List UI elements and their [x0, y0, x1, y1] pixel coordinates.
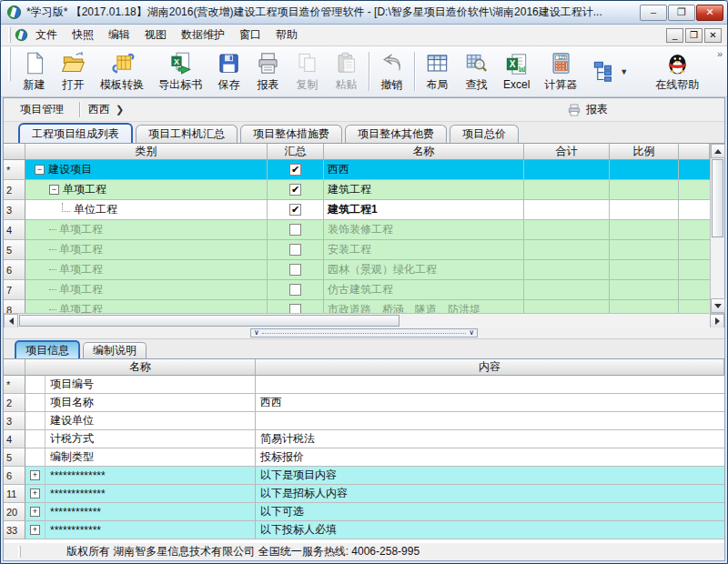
- row-number[interactable]: *: [4, 160, 25, 180]
- checkbox-checked[interactable]: ✔: [289, 184, 301, 196]
- detail-tab-1[interactable]: 编制说明: [83, 342, 147, 358]
- splitter-collapse-icon[interactable]: ∨: [469, 329, 474, 337]
- row-number[interactable]: 5: [4, 240, 25, 260]
- scroll-down-button[interactable]: [711, 298, 725, 313]
- column-header-汇总[interactable]: 汇总: [268, 144, 324, 159]
- toolbar-overflow-icon[interactable]: »: [717, 48, 722, 59]
- toolbar-button-template-convert[interactable]: 模板转换: [93, 47, 151, 96]
- menu-item-2[interactable]: 编辑: [101, 25, 137, 45]
- row-number[interactable]: 3: [4, 412, 25, 430]
- tree-collapse-icon[interactable]: −: [35, 165, 45, 175]
- main-tab-4[interactable]: 项目总价: [450, 125, 519, 143]
- info-row-3[interactable]: 3建设单位: [4, 412, 724, 430]
- toolbar-button-layout[interactable]: 布局: [418, 47, 457, 96]
- project-row-5[interactable]: 5单项工程安装工程: [4, 240, 710, 260]
- column-header-名称[interactable]: 名称: [25, 359, 256, 375]
- row-number[interactable]: 4: [4, 430, 25, 448]
- splitter-collapse-icon[interactable]: ∨: [254, 329, 259, 337]
- vertical-scrollbar[interactable]: [710, 144, 724, 313]
- project-row-2[interactable]: 2−单项工程✔建筑工程: [4, 180, 710, 200]
- checkbox-unchecked[interactable]: [289, 264, 301, 276]
- row-number[interactable]: 33: [4, 521, 25, 539]
- column-header-类别[interactable]: 类别: [25, 144, 268, 159]
- main-tab-0[interactable]: 工程项目组成列表: [18, 123, 133, 143]
- menu-item-3[interactable]: 视图: [137, 25, 174, 45]
- project-row-7[interactable]: 7单项工程仿古建筑工程: [4, 280, 710, 300]
- splitter-handle[interactable]: [262, 333, 466, 334]
- project-row-8[interactable]: 8单项工程市政道路、桥涵、隧道、防洪堤: [4, 300, 710, 313]
- checkbox-checked[interactable]: ✔: [289, 204, 301, 216]
- column-header-名称[interactable]: 名称: [324, 144, 524, 159]
- mdi-close-button[interactable]: ✕: [704, 28, 722, 43]
- tree-expand-icon[interactable]: +: [30, 470, 40, 480]
- toolbar-button-find[interactable]: 查找: [457, 47, 496, 96]
- menu-item-4[interactable]: 数据维护: [174, 25, 232, 45]
- row-number[interactable]: 3: [4, 200, 25, 220]
- detail-tab-0[interactable]: 项目信息: [15, 340, 80, 358]
- toolbar-button-open[interactable]: 打开: [54, 47, 93, 96]
- toolbar-button-new[interactable]: 新建: [15, 47, 54, 96]
- tree-collapse-icon[interactable]: −: [49, 185, 59, 195]
- toolbar-button-excel[interactable]: XExcel: [496, 47, 537, 96]
- toolbar-button-copy[interactable]: 复制: [288, 47, 327, 96]
- info-row-11[interactable]: 11+*************以下是招标人内容: [4, 485, 724, 503]
- checkbox-unchecked[interactable]: [289, 244, 301, 256]
- menu-item-6[interactable]: 帮助: [268, 25, 305, 45]
- breadcrumb-current[interactable]: 西西: [88, 102, 110, 117]
- project-row-4[interactable]: 4单项工程装饰装修工程: [4, 220, 710, 240]
- scroll-left-button[interactable]: [4, 314, 18, 328]
- scroll-up-button[interactable]: [711, 144, 725, 158]
- report-button[interactable]: 报表: [560, 100, 615, 119]
- row-number[interactable]: 5: [4, 448, 25, 467]
- info-row-5[interactable]: 5编制类型投标报价: [4, 448, 724, 467]
- checkbox-unchecked[interactable]: [289, 304, 301, 313]
- mdi-minimize-button[interactable]: _: [666, 28, 683, 43]
- row-number[interactable]: 2: [4, 394, 25, 412]
- menu-item-0[interactable]: 文件: [28, 25, 65, 45]
- main-tab-2[interactable]: 项目整体措施费: [240, 125, 342, 143]
- restore-button[interactable]: ❐: [668, 5, 695, 21]
- scroll-right-button[interactable]: [710, 314, 724, 328]
- close-button[interactable]: ✕: [696, 5, 723, 21]
- toolbar-button-online-help[interactable]: 在线帮助: [648, 47, 706, 96]
- row-number[interactable]: 6: [4, 467, 25, 485]
- toolbar-button-export-bid[interactable]: X导出标书: [151, 47, 209, 96]
- dropdown-caret-icon[interactable]: ▼: [620, 67, 628, 76]
- project-row-3[interactable]: 3单位工程✔建筑工程1: [4, 200, 710, 220]
- tree-expand-icon[interactable]: +: [30, 507, 40, 517]
- info-row-2[interactable]: 2项目名称西西: [4, 394, 724, 412]
- toolbar-button-paste[interactable]: 粘贴: [327, 47, 366, 96]
- row-number[interactable]: 6: [4, 260, 25, 280]
- toolbar-button-save[interactable]: 保存: [209, 47, 248, 96]
- row-number[interactable]: 8: [4, 300, 25, 313]
- checkbox-unchecked[interactable]: [289, 284, 301, 296]
- row-number[interactable]: 7: [4, 280, 25, 300]
- pane-splitter[interactable]: ∨ ∨: [4, 327, 724, 339]
- project-row-6[interactable]: 6单项工程园林（景观）绿化工程: [4, 260, 710, 280]
- info-row-6[interactable]: 6+*************以下是项目内容: [4, 467, 724, 485]
- checkbox-checked[interactable]: ✔: [289, 164, 301, 176]
- vertical-scroll-thumb[interactable]: [712, 159, 723, 237]
- tree-expand-icon[interactable]: +: [30, 488, 40, 499]
- minimize-button[interactable]: –: [640, 5, 667, 21]
- main-tab-1[interactable]: 项目工料机汇总: [136, 125, 238, 143]
- tree-expand-icon[interactable]: +: [30, 525, 40, 535]
- menubar-grip[interactable]: [8, 27, 11, 42]
- column-header-比例[interactable]: 比例: [610, 144, 679, 159]
- menu-item-5[interactable]: 窗口: [232, 25, 268, 45]
- mdi-restore-button[interactable]: ❐: [685, 28, 703, 43]
- project-row-*[interactable]: *−建设项目✔西西: [4, 160, 710, 180]
- menu-item-1[interactable]: 快照: [65, 25, 101, 45]
- checkbox-unchecked[interactable]: [289, 224, 301, 236]
- info-row-*[interactable]: *项目编号: [4, 376, 724, 394]
- horizontal-scroll-thumb[interactable]: [19, 315, 399, 327]
- row-number[interactable]: 20: [4, 503, 25, 521]
- info-row-33[interactable]: 33+************以下投标人必填: [4, 521, 724, 539]
- row-number[interactable]: 4: [4, 220, 25, 240]
- toolbar-button-calculator[interactable]: 123计算器: [537, 47, 584, 96]
- column-header-合计[interactable]: 合计: [524, 144, 610, 159]
- toolbar-button-report[interactable]: 报表: [248, 47, 288, 96]
- info-row-20[interactable]: 20+************以下可选: [4, 503, 724, 521]
- row-number[interactable]: *: [4, 376, 25, 394]
- toolbar-grip[interactable]: [8, 47, 11, 81]
